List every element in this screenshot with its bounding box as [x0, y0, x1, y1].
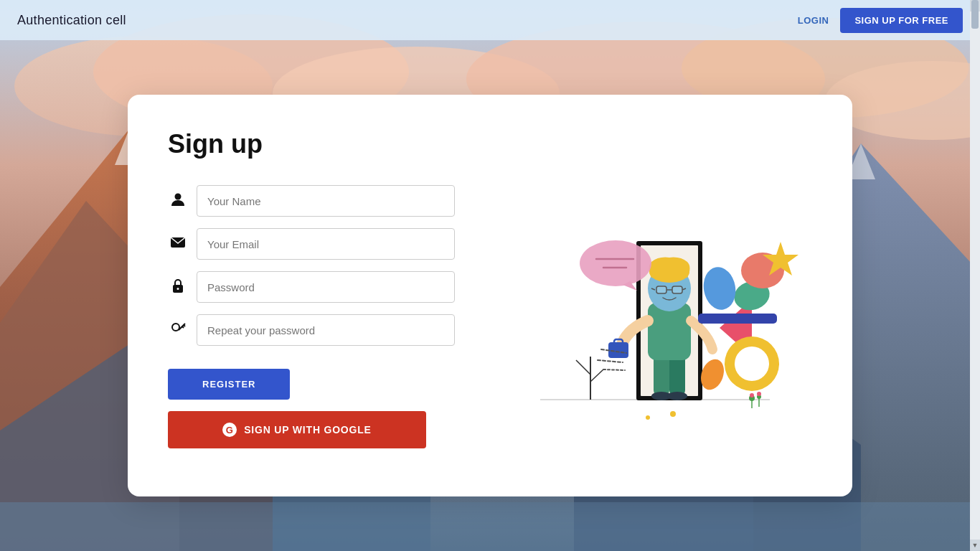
svg-point-15	[175, 193, 182, 199]
svg-line-21	[184, 325, 185, 326]
svg-rect-44	[656, 286, 666, 293]
svg-rect-60	[698, 314, 777, 324]
svg-point-56	[735, 347, 769, 381]
svg-line-25	[576, 360, 590, 375]
scrollbar[interactable]: ▲ ▼	[970, 0, 980, 551]
google-signup-button[interactable]: G SIGN UP WITH GOOGLE	[168, 411, 426, 448]
svg-point-57	[700, 265, 739, 313]
user-icon	[168, 192, 188, 211]
form-section: Sign up	[168, 129, 455, 462]
svg-rect-45	[672, 286, 682, 293]
illustration-section	[484, 129, 812, 462]
app-title: Authentication cell	[17, 13, 126, 28]
header-nav: LOGIN SIGN UP FOR FREE	[798, 8, 963, 33]
password-input[interactable]	[197, 271, 455, 303]
svg-line-66	[603, 369, 625, 370]
email-field-row	[168, 228, 455, 260]
signup-header-button[interactable]: SIGN UP FOR FREE	[840, 8, 963, 33]
card-wrapper: Sign up	[0, 40, 980, 551]
email-icon	[168, 237, 188, 252]
google-icon: G	[222, 423, 237, 437]
signup-card: Sign up	[128, 95, 852, 496]
scrollbar-down-arrow[interactable]: ▼	[970, 540, 980, 551]
svg-line-26	[590, 369, 603, 382]
google-btn-label: SIGN UP WITH GOOGLE	[244, 424, 372, 435]
key-icon	[168, 321, 188, 340]
repeat-password-field-row	[168, 314, 455, 346]
svg-point-62	[670, 411, 676, 417]
header: Authentication cell LOGIN SIGN UP FOR FR…	[0, 0, 980, 40]
signup-illustration	[497, 170, 798, 421]
svg-line-65	[598, 360, 623, 362]
name-input[interactable]	[197, 185, 455, 217]
email-input[interactable]	[197, 228, 455, 260]
svg-point-33	[750, 393, 754, 397]
svg-point-63	[646, 415, 650, 420]
svg-point-18	[177, 288, 179, 290]
repeat-password-input[interactable]	[197, 314, 455, 346]
login-link[interactable]: LOGIN	[798, 15, 829, 26]
name-field-row	[168, 185, 455, 217]
svg-point-34	[757, 392, 761, 396]
svg-point-49	[580, 240, 651, 286]
form-title: Sign up	[168, 129, 263, 159]
register-button[interactable]: REGISTER	[168, 369, 290, 400]
scrollbar-thumb[interactable]	[971, 0, 979, 29]
lock-icon	[168, 278, 188, 297]
password-field-row	[168, 271, 455, 303]
svg-point-38	[667, 392, 687, 400]
svg-line-22	[182, 326, 184, 328]
